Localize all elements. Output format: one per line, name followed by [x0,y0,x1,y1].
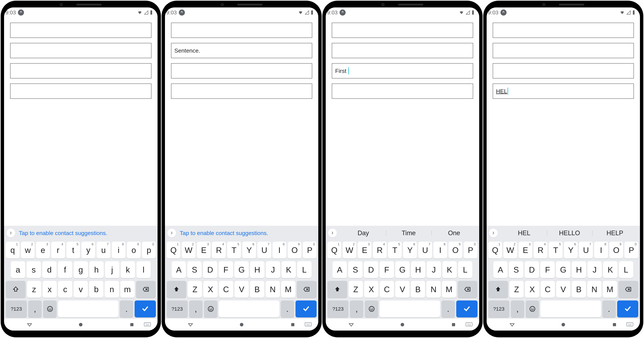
emoji-key[interactable] [204,300,218,317]
key-n[interactable]: N [426,281,440,298]
key-x[interactable]: x [42,281,57,298]
space-key[interactable] [219,300,279,317]
keyboard-switch-icon[interactable] [626,321,634,328]
key-s[interactable]: S [187,261,202,278]
key-p[interactable]: 0P [624,242,638,259]
key-u[interactable]: 7u [96,242,110,259]
shift-key[interactable] [328,281,347,298]
key-j[interactable]: J [266,261,280,278]
key-z[interactable]: Z [188,281,202,298]
key-z[interactable]: z [27,281,41,298]
text-field-3[interactable] [493,63,634,78]
key-n[interactable]: N [587,281,602,298]
key-r[interactable]: 4r [51,242,65,259]
key-y[interactable]: 6Y [564,242,578,259]
key-d[interactable]: D [524,261,539,278]
key-x[interactable]: X [525,281,539,298]
text-field-2[interactable] [10,43,152,58]
text-field-1[interactable] [171,23,312,38]
symbols-key[interactable]: ?123 [6,300,27,317]
key-p[interactable]: 0P [303,242,316,259]
key-y[interactable]: 6y [82,242,95,259]
space-key[interactable] [58,300,118,317]
key-m[interactable]: M [281,281,295,298]
emoji-key[interactable] [365,300,378,317]
nav-home-button[interactable] [399,321,406,328]
key-s[interactable]: s [26,261,41,278]
key-c[interactable]: C [219,281,233,298]
space-key[interactable] [540,300,601,317]
key-k[interactable]: k [121,261,135,278]
backspace-key[interactable] [297,281,316,298]
suggestion-word[interactable]: One [432,229,477,237]
key-a[interactable]: A [332,261,347,278]
key-o[interactable]: 9o [127,242,141,259]
nav-back-button[interactable] [348,321,355,328]
period-key[interactable]: . [442,300,455,317]
key-w[interactable]: 2W [503,242,517,259]
key-f[interactable]: F [380,261,394,278]
nav-back-button[interactable] [187,321,194,328]
key-v[interactable]: v [74,281,88,298]
key-t[interactable]: 5T [388,242,402,259]
enter-key[interactable] [617,300,638,317]
text-field-1[interactable] [493,23,634,38]
comma-key[interactable]: , [350,300,363,317]
key-b[interactable]: B [572,281,586,298]
keyboard-switch-icon[interactable] [304,321,312,328]
key-h[interactable]: H [572,261,586,278]
key-i[interactable]: 8i [112,242,126,259]
key-d[interactable]: d [42,261,56,278]
key-t[interactable]: 5T [227,242,241,259]
text-field-1[interactable] [10,23,152,38]
key-g[interactable]: G [234,261,249,278]
key-c[interactable]: C [380,281,394,298]
backspace-key[interactable] [458,281,478,298]
key-q[interactable]: 1q [6,242,20,259]
key-f[interactable]: f [58,261,72,278]
key-d[interactable]: D [203,261,217,278]
backspace-key[interactable] [618,281,638,298]
shift-key[interactable] [488,281,508,298]
text-field-3[interactable] [171,63,312,78]
suggestion-expand-button[interactable] [6,229,15,237]
suggestion-link[interactable]: Tap to enable contact suggestions. [19,230,108,236]
enter-key[interactable] [456,300,477,317]
key-w[interactable]: 2W [342,242,356,259]
suggestion-word[interactable]: Time [386,229,432,237]
key-b[interactable]: B [250,281,264,298]
key-j[interactable]: j [105,261,120,278]
period-key[interactable]: . [602,300,616,317]
key-c[interactable]: C [541,281,555,298]
nav-recent-button[interactable] [128,321,136,328]
key-z[interactable]: Z [349,281,363,298]
key-v[interactable]: V [234,281,249,298]
key-q[interactable]: 1Q [488,242,502,259]
key-x[interactable]: X [203,281,218,298]
key-h[interactable]: H [250,261,264,278]
key-g[interactable]: G [556,261,570,278]
key-m[interactable]: M [603,281,617,298]
text-field-4[interactable]: HEL [493,84,634,99]
key-p[interactable]: 0p [142,242,156,259]
keyboard-switch-icon[interactable] [144,321,151,328]
key-r[interactable]: 4R [373,242,387,259]
suggestion-word[interactable]: HELP [592,229,638,237]
key-e[interactable]: 3e [36,242,50,259]
key-o[interactable]: 9O [288,242,302,259]
text-field-4[interactable] [171,84,312,99]
nav-back-button[interactable] [508,321,516,328]
backspace-key[interactable] [136,281,156,298]
symbols-key[interactable]: ?123 [488,300,510,317]
key-a[interactable]: a [11,261,25,278]
key-e[interactable]: 3E [358,242,372,259]
suggestion-link[interactable]: Tap to enable contact suggestions. [180,230,268,236]
key-g[interactable]: g [74,261,88,278]
suggestion-word[interactable]: Day [340,229,386,237]
nav-recent-button[interactable] [450,321,457,328]
nav-back-button[interactable] [26,321,33,328]
suggestion-expand-button[interactable] [328,229,337,237]
nav-recent-button[interactable] [611,321,618,328]
text-field-4[interactable] [10,84,152,99]
text-field-2[interactable]: Sentence. [171,43,312,58]
